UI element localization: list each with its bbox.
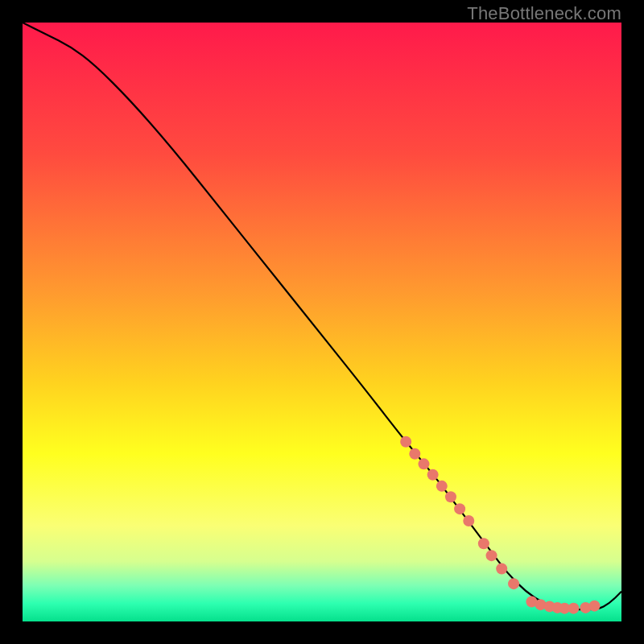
marker-dot <box>589 601 601 612</box>
watermark-text: TheBottleneck.com <box>467 3 621 24</box>
marker-dot <box>568 603 579 614</box>
marker-dot <box>409 448 420 460</box>
marker-dot <box>427 469 439 481</box>
marker-dot <box>486 550 497 561</box>
chart-svg <box>23 23 621 621</box>
marker-dot <box>436 481 448 492</box>
gradient-background <box>23 23 621 621</box>
marker-dot <box>496 564 507 575</box>
marker-dot <box>454 503 465 514</box>
marker-dot <box>445 491 456 502</box>
marker-dot <box>400 436 411 448</box>
marker-dot <box>478 538 489 549</box>
marker-dot <box>508 578 519 589</box>
plot-area <box>23 23 621 621</box>
marker-dot <box>418 458 429 469</box>
chart-stage: TheBottleneck.com <box>0 0 644 644</box>
marker-dot <box>463 515 474 526</box>
